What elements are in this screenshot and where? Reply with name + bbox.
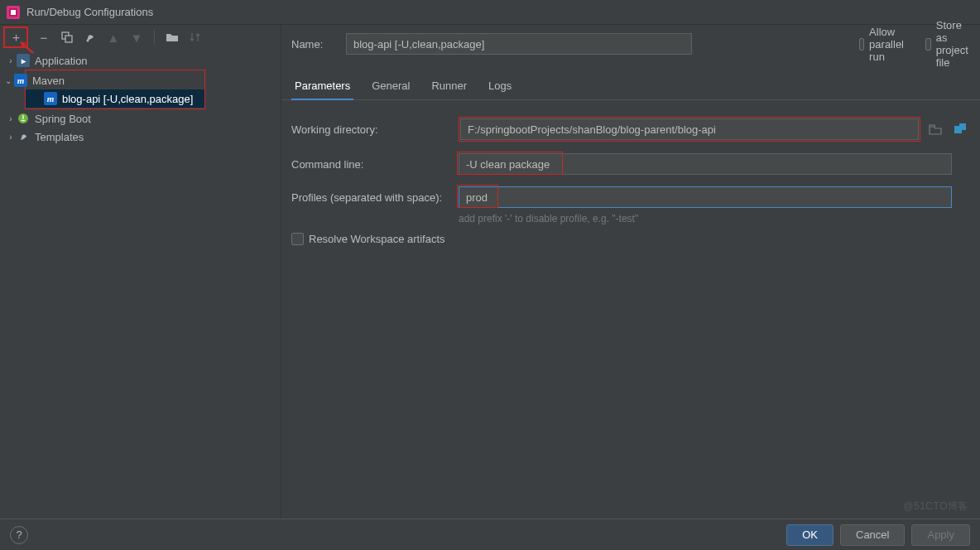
tree-item-templates[interactable]: › Templates — [0, 128, 281, 146]
name-input[interactable] — [346, 33, 692, 55]
maven-highlight-box: ⌄ m Maven m blog-api [-U,clean,package] — [25, 70, 205, 109]
tree-label: blog-api [-U,clean,package] — [62, 93, 193, 105]
store-project-checkbox[interactable]: Store as project file — [925, 19, 970, 69]
copy-config-button[interactable] — [60, 30, 74, 45]
window-title: Run/Debug Configurations — [26, 6, 153, 18]
working-dir-input[interactable] — [460, 118, 919, 140]
svg-rect-1 — [11, 10, 16, 15]
checkbox-icon — [291, 233, 304, 245]
allow-parallel-checkbox[interactable]: Allow parallel run — [859, 26, 904, 63]
main-area: ＋ − ▲ ▼ › ▸ Application — [0, 25, 980, 519]
name-label: Name: — [291, 38, 336, 51]
tree-label: Maven — [32, 75, 65, 87]
app-icon — [7, 6, 20, 19]
folder-button[interactable] — [165, 30, 180, 45]
sort-button — [188, 30, 203, 45]
templates-icon — [17, 130, 30, 143]
working-dir-label: Working directory: — [291, 123, 452, 136]
spring-boot-icon — [17, 112, 30, 125]
left-panel: ＋ − ▲ ▼ › ▸ Application — [0, 25, 281, 519]
command-line-input[interactable] — [459, 153, 952, 175]
checkbox-icon — [925, 38, 931, 51]
resolve-artifacts-checkbox[interactable]: Resolve Workspace artifacts — [291, 233, 445, 245]
maven-icon: m — [44, 92, 57, 105]
config-tree: › ▸ Application ⌄ m Maven m blog-api [-U… — [0, 50, 281, 146]
ok-button[interactable]: OK — [786, 524, 833, 546]
svg-point-4 — [87, 40, 89, 42]
profiles-row: Profiles (separated with space): — [291, 186, 970, 208]
tree-item-blog-api[interactable]: m blog-api [-U,clean,package] — [26, 89, 204, 108]
toolbar-separator — [154, 30, 155, 45]
config-toolbar: ＋ − ▲ ▼ — [0, 25, 281, 50]
command-line-label: Command line: — [291, 158, 452, 171]
move-up-button: ▲ — [106, 30, 121, 45]
checkbox-label: Store as project file — [936, 19, 970, 69]
help-button[interactable]: ? — [10, 526, 28, 544]
tab-parameters[interactable]: Parameters — [291, 75, 353, 100]
chevron-right-icon: › — [5, 56, 17, 65]
maven-icon: m — [14, 74, 27, 87]
tree-item-application[interactable]: › ▸ Application — [0, 51, 281, 70]
working-dir-row: Working directory: — [291, 117, 970, 142]
remove-config-button[interactable]: − — [36, 30, 51, 45]
profiles-hint: add prefix '-' to disable profile, e.g. … — [459, 213, 970, 224]
tab-logs[interactable]: Logs — [485, 75, 515, 99]
checkbox-icon — [859, 38, 864, 51]
tree-item-maven[interactable]: ⌄ m Maven — [26, 71, 204, 89]
edit-templates-button[interactable] — [83, 30, 98, 45]
profiles-input[interactable] — [459, 186, 952, 208]
checkbox-label: Allow parallel run — [869, 26, 904, 63]
profiles-label: Profiles (separated with space): — [291, 191, 452, 204]
tree-label: Application — [35, 55, 88, 67]
watermark: @51CTO博客 — [903, 499, 968, 514]
tree-label: Spring Boot — [35, 113, 91, 125]
checkbox-label: Resolve Workspace artifacts — [309, 233, 445, 245]
tab-general[interactable]: General — [368, 75, 413, 99]
insert-path-button[interactable] — [950, 119, 970, 139]
svg-rect-3 — [65, 36, 72, 42]
add-config-button[interactable]: ＋ — [8, 30, 23, 45]
right-panel: Name: Allow parallel run Store as projec… — [281, 25, 980, 519]
apply-button[interactable]: Apply — [911, 524, 970, 546]
titlebar: Run/Debug Configurations — [0, 0, 980, 25]
tab-runner[interactable]: Runner — [428, 75, 470, 99]
cancel-button[interactable]: Cancel — [840, 524, 905, 546]
chevron-down-icon: ⌄ — [2, 76, 14, 85]
name-row: Name: Allow parallel run Store as projec… — [281, 25, 980, 63]
application-icon: ▸ — [17, 54, 30, 67]
resolve-artifacts-row: Resolve Workspace artifacts — [291, 233, 970, 245]
browse-folder-button[interactable] — [925, 119, 945, 139]
move-down-button: ▼ — [129, 30, 144, 45]
tabs: Parameters General Runner Logs — [281, 75, 980, 100]
svg-rect-7 — [959, 123, 966, 130]
dialog-buttons: OK Cancel Apply — [786, 524, 970, 546]
chevron-right-icon: › — [5, 114, 17, 123]
tree-item-spring-boot[interactable]: › Spring Boot — [0, 109, 281, 128]
command-line-row: Command line: — [291, 153, 970, 175]
chevron-right-icon: › — [5, 133, 17, 142]
bottom-bar: ? OK Cancel Apply — [0, 519, 980, 550]
parameters-form: Working directory: Command line: — [281, 100, 980, 257]
tree-label: Templates — [35, 131, 84, 143]
